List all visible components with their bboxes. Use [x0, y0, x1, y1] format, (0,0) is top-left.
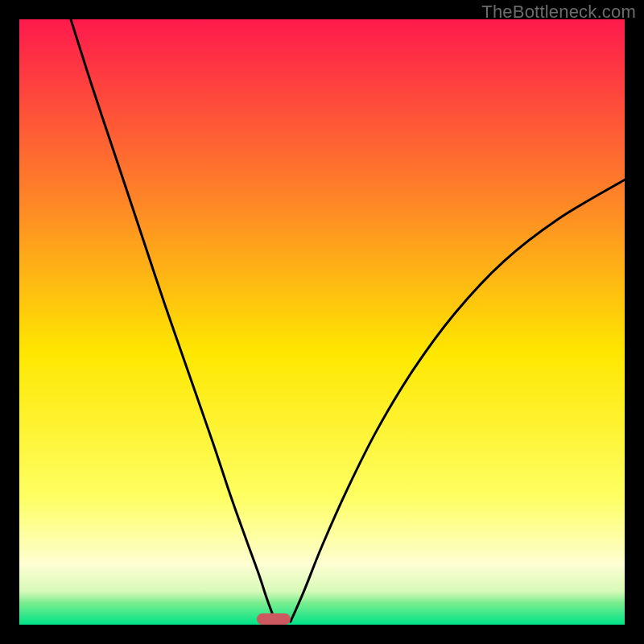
chart-frame — [19, 19, 625, 625]
gradient-background — [19, 19, 625, 625]
chart-plot — [19, 19, 625, 625]
watermark-text: TheBottleneck.com — [481, 2, 636, 23]
bottleneck-marker — [257, 613, 290, 625]
